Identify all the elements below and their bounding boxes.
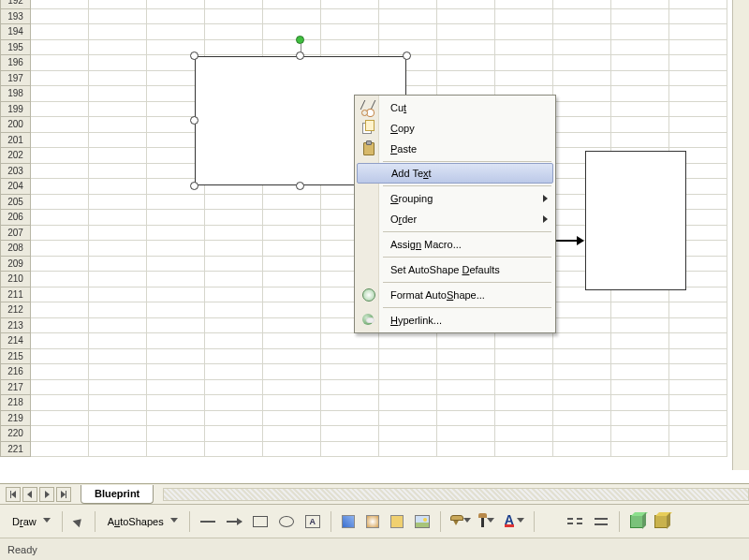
cell[interactable] xyxy=(437,426,495,442)
cell[interactable] xyxy=(263,0,321,8)
cell[interactable] xyxy=(553,333,611,349)
menu-item-add-text[interactable]: Add Text xyxy=(357,163,553,184)
cell[interactable] xyxy=(89,348,147,364)
row-header[interactable]: 213 xyxy=(1,317,31,333)
cell[interactable] xyxy=(205,395,263,411)
cell[interactable] xyxy=(205,333,263,349)
row-header[interactable]: 196 xyxy=(1,55,31,71)
cell[interactable] xyxy=(321,348,379,364)
cell[interactable] xyxy=(669,24,727,40)
cell[interactable] xyxy=(495,379,553,395)
cell[interactable] xyxy=(263,348,321,364)
cell[interactable] xyxy=(89,302,147,318)
cell[interactable] xyxy=(669,86,727,102)
cell[interactable] xyxy=(205,379,263,395)
cell[interactable] xyxy=(89,101,147,117)
cell[interactable] xyxy=(437,395,495,411)
cell[interactable] xyxy=(31,8,89,24)
cell[interactable] xyxy=(611,8,669,24)
cell[interactable] xyxy=(263,272,321,287)
cell[interactable] xyxy=(611,101,669,117)
cell[interactable] xyxy=(31,379,89,395)
cell[interactable] xyxy=(379,379,437,395)
cell[interactable] xyxy=(31,0,89,8)
cell[interactable] xyxy=(611,86,669,102)
cell[interactable] xyxy=(205,302,263,318)
cell[interactable] xyxy=(147,379,205,395)
text-box-button[interactable]: A xyxy=(301,510,325,533)
cell[interactable] xyxy=(321,0,379,8)
cell[interactable] xyxy=(321,379,379,395)
cell[interactable] xyxy=(147,225,205,241)
menu-item-set-autoshape-defaults[interactable]: Set AutoShape Defaults xyxy=(357,259,553,280)
cell[interactable] xyxy=(31,101,89,117)
cell[interactable] xyxy=(553,70,611,86)
cell[interactable] xyxy=(89,39,147,55)
cell[interactable] xyxy=(147,272,205,287)
cell[interactable] xyxy=(669,364,727,380)
cell[interactable] xyxy=(669,441,727,457)
cell[interactable] xyxy=(495,39,553,55)
menu-item-format-autoshape[interactable]: Format AutoShape... xyxy=(357,285,553,305)
insert-diagram-button[interactable] xyxy=(361,510,384,533)
cell[interactable] xyxy=(89,241,147,257)
cell[interactable] xyxy=(31,132,89,148)
cell[interactable] xyxy=(263,333,321,349)
cell[interactable] xyxy=(31,256,89,272)
cell[interactable] xyxy=(89,70,147,86)
row-header[interactable]: 218 xyxy=(1,395,31,411)
tab-nav-next[interactable] xyxy=(39,487,54,502)
cell[interactable] xyxy=(89,194,147,210)
font-color-button[interactable]: A xyxy=(500,510,528,533)
cell[interactable] xyxy=(553,39,611,55)
cell[interactable] xyxy=(611,317,669,333)
menu-item-copy[interactable]: Copy xyxy=(357,118,553,139)
row-header[interactable]: 208 xyxy=(1,241,31,257)
cell[interactable] xyxy=(31,395,89,411)
cell[interactable] xyxy=(147,194,205,210)
cell[interactable] xyxy=(553,117,611,133)
cell[interactable] xyxy=(205,287,263,302)
cell[interactable] xyxy=(263,24,321,40)
resize-handle-w[interactable] xyxy=(190,116,198,125)
cell[interactable] xyxy=(553,348,611,364)
cell[interactable] xyxy=(553,101,611,117)
cell[interactable] xyxy=(31,148,89,164)
cell[interactable] xyxy=(437,441,495,457)
cell[interactable] xyxy=(379,364,437,380)
cell[interactable] xyxy=(379,0,437,8)
row-header[interactable]: 198 xyxy=(1,86,31,102)
cell[interactable] xyxy=(611,441,669,457)
cell[interactable] xyxy=(495,395,553,411)
cell[interactable] xyxy=(205,210,263,226)
row-header[interactable]: 209 xyxy=(1,256,31,272)
cell[interactable] xyxy=(31,317,89,333)
cell[interactable] xyxy=(205,272,263,287)
insert-wordart-button[interactable] xyxy=(337,510,360,533)
cell[interactable] xyxy=(263,395,321,411)
cell[interactable] xyxy=(31,194,89,210)
cell[interactable] xyxy=(437,0,495,8)
line-tool-button[interactable] xyxy=(196,510,220,533)
draw-menu-button[interactable]: Draw xyxy=(6,510,56,533)
cell[interactable] xyxy=(379,441,437,457)
row-header[interactable]: 214 xyxy=(1,333,31,349)
resize-handle-nw[interactable] xyxy=(190,52,198,60)
cell[interactable] xyxy=(553,379,611,395)
menu-item-cut[interactable]: Cut xyxy=(357,97,553,118)
cell[interactable] xyxy=(31,333,89,349)
row-header[interactable]: 219 xyxy=(1,410,31,426)
cell[interactable] xyxy=(89,86,147,102)
worksheet-area[interactable]: 1921931941951961971981992002012022032042… xyxy=(0,0,749,470)
cell[interactable] xyxy=(321,8,379,24)
cell[interactable] xyxy=(321,441,379,457)
rectangle-shape-2[interactable] xyxy=(585,151,686,290)
tab-nav-prev[interactable] xyxy=(22,487,37,502)
row-header[interactable]: 215 xyxy=(1,348,31,364)
cell[interactable] xyxy=(553,410,611,426)
cell[interactable] xyxy=(263,225,321,241)
menu-item-grouping[interactable]: Grouping xyxy=(357,188,553,209)
cell[interactable] xyxy=(669,317,727,333)
cell[interactable] xyxy=(89,179,147,195)
cell[interactable] xyxy=(669,0,727,8)
